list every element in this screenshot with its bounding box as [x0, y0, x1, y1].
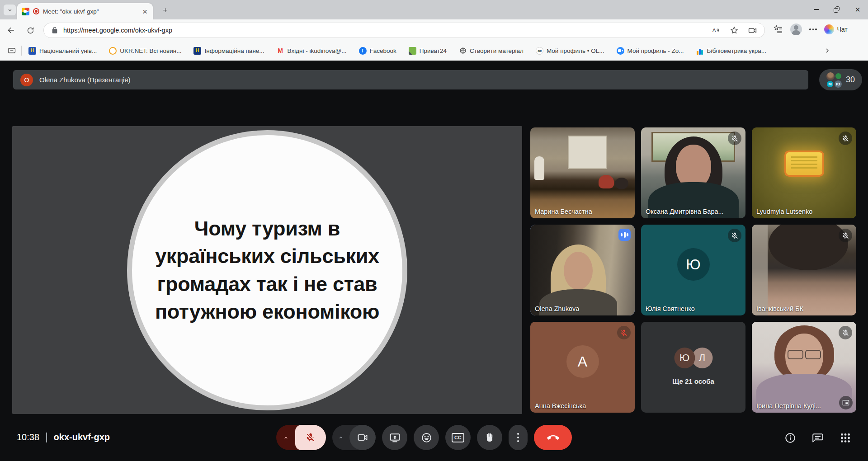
- participant-tile[interactable]: Lyudmyla Lutsenko: [752, 127, 856, 218]
- ukrnet-favicon: [109, 47, 117, 55]
- refresh-button[interactable]: [24, 24, 37, 37]
- sidebar-toggle-icon[interactable]: [7, 46, 16, 55]
- bookmark-item[interactable]: olxМой профиль • OL...: [536, 47, 604, 55]
- mic-button-group: [276, 425, 326, 450]
- minimize-button[interactable]: [806, 0, 826, 19]
- bookmarks-bar: ННаціональний унів... UKR.NET: Всі новин…: [0, 41, 868, 61]
- meeting-code: okx-ukvf-gxp: [54, 432, 110, 442]
- bookmark-item[interactable]: fFacebook: [359, 47, 396, 55]
- bookmark-label: Бібліометрика укра...: [707, 47, 766, 54]
- profile-avatar[interactable]: [790, 24, 802, 35]
- globe-favicon: [459, 47, 467, 55]
- participant-tile-speaking[interactable]: Olena Zhukova: [530, 225, 635, 315]
- participant-name: Анна Вжесінська: [535, 402, 586, 409]
- browser-tab[interactable]: Meet: "okx-ukvf-gxp" ×: [17, 3, 153, 19]
- tab-close-icon[interactable]: ×: [142, 7, 148, 16]
- mic-muted-icon: [839, 326, 852, 339]
- raise-hand-button[interactable]: [477, 425, 502, 450]
- divider: [21, 46, 22, 56]
- google-meet-favicon: [22, 8, 29, 15]
- audio-speaking-icon: [618, 229, 631, 241]
- participant-name: Lyudmyla Lutsenko: [756, 208, 812, 215]
- picture-in-picture-icon[interactable]: [839, 396, 853, 409]
- bookmark-item[interactable]: Мой профиль - Zo...: [617, 47, 684, 55]
- lock-icon[interactable]: [51, 27, 58, 34]
- reactions-button[interactable]: [414, 425, 439, 450]
- refresh-icon: [26, 26, 35, 35]
- smiley-icon: [421, 432, 432, 443]
- more-participants-label: Ще 21 особа: [641, 377, 745, 385]
- bookmark-label: Вхідні - ikudinova@...: [288, 47, 347, 54]
- participant-tile[interactable]: Ю Юлія Святненко: [641, 225, 745, 315]
- info-icon[interactable]: [784, 432, 796, 444]
- mini-avatar: Ю: [835, 80, 842, 88]
- presentation-banner[interactable]: O Olena Zhukova (Презентація): [13, 70, 808, 89]
- bookmark-item[interactable]: MВхідні - ikudinova@...: [277, 47, 347, 55]
- participant-avatars-cluster: M Ю: [826, 72, 842, 88]
- university-favicon: Н: [28, 47, 36, 55]
- privat24-favicon: [409, 47, 416, 55]
- more-options-button[interactable]: [509, 425, 528, 450]
- web-capture-camera-icon[interactable]: [748, 26, 757, 35]
- bookmark-item[interactable]: Створити матеріал: [459, 47, 524, 55]
- participant-tile[interactable]: Іванківський БК: [752, 225, 856, 315]
- participants-count-button[interactable]: M Ю 30: [819, 69, 862, 90]
- copilot-chat-button[interactable]: Чат: [824, 24, 848, 34]
- mini-avatar-photo: [826, 72, 835, 80]
- browser-window: Meet: "okx-ukvf-gxp" × × https://meet.go…: [0, 0, 868, 461]
- new-tab-button[interactable]: [159, 4, 171, 16]
- camera-button[interactable]: [349, 425, 376, 450]
- meeting-side-actions: [784, 432, 851, 444]
- participant-tile[interactable]: Марина Бесчастна: [530, 127, 635, 218]
- mic-muted-icon: [839, 132, 852, 145]
- camera-options-chevron[interactable]: [332, 425, 349, 450]
- presentation-title: Olena Zhukova (Презентація): [39, 76, 130, 84]
- divider: [46, 433, 47, 442]
- video-thumbnail: [530, 127, 635, 218]
- captions-button[interactable]: CC: [445, 425, 471, 450]
- bookmarks-overflow-button[interactable]: [824, 47, 831, 54]
- participant-tile[interactable]: А Анна Вжесінська: [530, 322, 635, 413]
- browser-menu-icon[interactable]: [809, 28, 817, 30]
- mic-muted-icon: [728, 229, 741, 242]
- activities-grid-icon[interactable]: [840, 432, 851, 444]
- mic-muted-button[interactable]: [295, 425, 326, 450]
- bookmark-item[interactable]: ННаціональний унів...: [28, 47, 97, 55]
- participant-tile[interactable]: Оксана Дмитрівна Бара...: [641, 127, 745, 218]
- bookmark-item[interactable]: НІнформаційна пане...: [193, 47, 264, 55]
- participant-tile[interactable]: Ірина Петрівна Куді...: [752, 322, 856, 413]
- camera-button-group: [332, 425, 376, 450]
- restore-button[interactable]: [826, 0, 847, 19]
- address-bar-actions: A: [712, 26, 757, 35]
- meet-app: O Olena Zhukova (Презентація) M Ю 30 Чом…: [0, 61, 868, 461]
- back-button[interactable]: [5, 24, 18, 37]
- participants-grid: Марина Бесчастна Оксана Дмитрівна Бара..…: [530, 127, 856, 413]
- chevron-right-icon: [824, 47, 831, 54]
- present-screen-button[interactable]: [382, 425, 407, 450]
- leave-call-button[interactable]: [534, 425, 572, 450]
- mic-muted-icon: [839, 229, 852, 242]
- bookmark-label: Створити матеріал: [470, 47, 524, 54]
- bookmark-item[interactable]: Приват24: [409, 47, 447, 55]
- participant-name: Марина Бесчастна: [535, 208, 592, 215]
- minimize-icon: [814, 9, 819, 10]
- copilot-icon: [824, 24, 834, 34]
- favorites-list-icon[interactable]: [773, 24, 783, 34]
- tab-search-button[interactable]: [4, 5, 16, 15]
- close-button[interactable]: ×: [847, 0, 868, 19]
- favorite-star-icon[interactable]: [730, 26, 739, 35]
- browser-toolbar: https://meet.google.com/okx-ukvf-gxp A Ч…: [0, 19, 868, 41]
- bookmark-label: Мой профиль - Zo...: [627, 47, 684, 54]
- presentation-tile[interactable]: Чому туризм в українських сільських гром…: [12, 126, 522, 414]
- participant-name: Оксана Дмитрівна Бара...: [646, 208, 724, 215]
- address-bar[interactable]: https://meet.google.com/okx-ukvf-gxp A: [43, 23, 765, 38]
- overflow-tile[interactable]: Ю Л Ще 21 особа: [641, 322, 745, 413]
- bookmark-item[interactable]: UKR.NET: Всі новин...: [109, 47, 181, 55]
- restore-icon: [834, 6, 840, 13]
- window-controls: ×: [806, 0, 868, 19]
- mic-options-chevron[interactable]: [276, 425, 295, 450]
- read-aloud-icon[interactable]: A: [712, 26, 721, 35]
- bookmark-item[interactable]: Бібліометрика укра...: [696, 47, 766, 55]
- avatar: Ю: [674, 348, 695, 368]
- chat-icon[interactable]: [812, 432, 824, 444]
